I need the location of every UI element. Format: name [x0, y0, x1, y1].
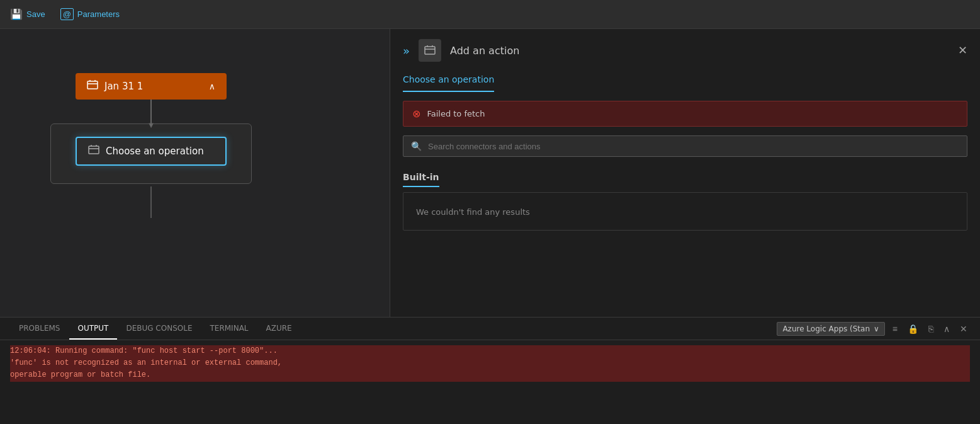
error-banner: ⊗ Failed to fetch [403, 101, 967, 127]
panel-title: Add an action [450, 45, 519, 57]
no-results-area: We couldn't find any results [403, 192, 967, 231]
search-input[interactable] [428, 142, 959, 151]
close-button[interactable]: ✕ [958, 45, 967, 56]
close-panel-button[interactable]: ✕ [957, 323, 970, 335]
tab-terminal[interactable]: TERMINAL [201, 318, 257, 340]
section-title: Built-in [403, 172, 439, 187]
error-text: Failed to fetch [427, 109, 485, 118]
workflow-container: Jan 31 1 ∧ Choose a [50, 73, 252, 218]
bottom-tab-controls: Azure Logic Apps (Stan ∨ ≡ 🔒 ⎘ ∧ ✕ [777, 322, 970, 336]
action-node-icon [88, 144, 99, 158]
save-icon: 💾 [10, 8, 23, 20]
search-container: 🔍 [403, 135, 967, 157]
trigger-node[interactable]: Jan 31 1 ∧ [76, 73, 227, 100]
bottom-panel: PROBLEMS OUTPUT DEBUG CONSOLE TERMINAL A… [0, 317, 980, 424]
parameters-button[interactable]: @ Parameters [60, 8, 120, 20]
canvas-area: Jan 31 1 ∧ Choose a [0, 29, 390, 317]
right-panel: » Add an action ✕ Choose an operation ⊗ … [390, 29, 980, 317]
trigger-node-icon [87, 79, 98, 93]
tab-output[interactable]: OUTPUT [69, 318, 118, 340]
save-button[interactable]: 💾 Save [10, 8, 45, 20]
bottom-tabs: PROBLEMS OUTPUT DEBUG CONSOLE TERMINAL A… [0, 318, 980, 340]
svg-rect-4 [89, 146, 99, 154]
svg-rect-0 [87, 81, 98, 89]
search-box: 🔍 [403, 135, 967, 157]
save-label: Save [26, 9, 45, 19]
output-area: 12:06:04: Running command: "func host st… [0, 340, 980, 424]
trigger-node-label: Jan 31 1 [104, 81, 143, 92]
scroll-up-button[interactable]: ∧ [941, 323, 952, 335]
copy-output-button[interactable]: ⎘ [926, 323, 936, 335]
tab-choose-operation[interactable]: Choose an operation [403, 71, 494, 92]
clear-output-button[interactable]: ≡ [890, 323, 900, 335]
main-area: Jan 31 1 ∧ Choose a [0, 29, 980, 317]
output-line-2: 'func' is not recognized as an internal … [10, 357, 970, 369]
toolbar: 💾 Save @ Parameters [0, 0, 980, 29]
tab-problems[interactable]: PROBLEMS [10, 318, 69, 340]
parameters-label: Parameters [77, 9, 120, 19]
tab-azure[interactable]: AZURE [257, 318, 301, 340]
output-source-dropdown[interactable]: Azure Logic Apps (Stan ∨ [777, 322, 884, 336]
action-node[interactable]: Choose an operation [76, 137, 227, 166]
action-node-label: Choose an operation [106, 146, 204, 157]
expand-icon[interactable]: » [403, 44, 410, 57]
panel-tabs: Choose an operation [390, 62, 980, 92]
search-icon: 🔍 [411, 141, 422, 151]
output-source-label: Azure Logic Apps (Stan [782, 324, 870, 333]
no-results-text: We couldn't find any results [416, 207, 530, 217]
bottom-connector [150, 186, 152, 218]
trigger-chevron-icon: ∧ [209, 81, 215, 91]
parameters-icon: @ [60, 8, 74, 20]
tab-debug-console[interactable]: DEBUG CONSOLE [117, 318, 201, 340]
output-line-1: 12:06:04: Running command: "func host st… [10, 345, 970, 357]
lock-output-button[interactable]: 🔒 [905, 323, 921, 335]
panel-header: » Add an action ✕ [390, 29, 980, 62]
output-line-3: operable program or batch file. [10, 369, 970, 381]
error-icon: ⊗ [412, 108, 420, 120]
svg-rect-8 [425, 47, 435, 54]
dropdown-chevron-icon: ∨ [874, 324, 879, 333]
outer-box: Choose an operation [50, 123, 252, 184]
section-header: Built-in [390, 166, 980, 192]
connector-line-1 [150, 100, 152, 123]
panel-action-icon [419, 39, 441, 62]
